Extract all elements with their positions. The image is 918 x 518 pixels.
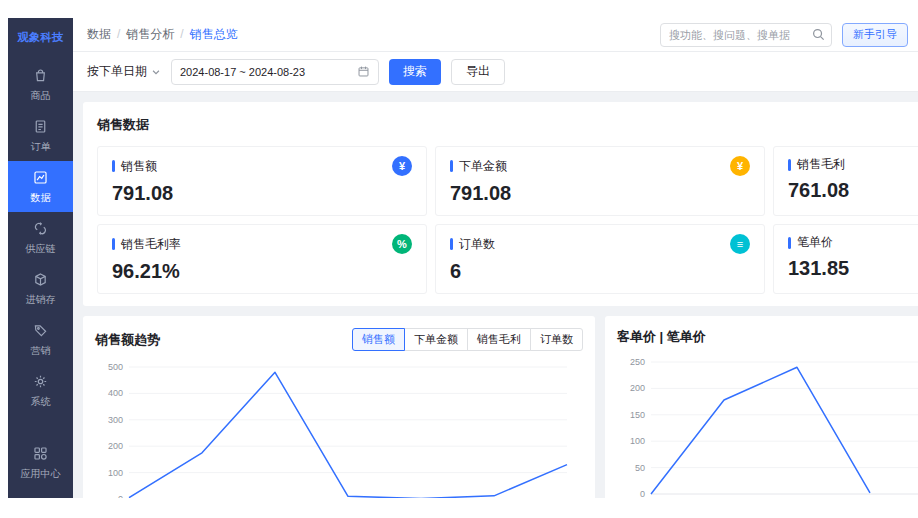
breadcrumb-item-current: 销售总览 bbox=[190, 26, 238, 43]
metric-order-count: 订单数 ≡ 6 bbox=[435, 224, 765, 294]
page-content: 销售数据 销售额 ¥ 791.08 下单金额 bbox=[73, 92, 918, 498]
order-icon bbox=[32, 118, 49, 137]
sidebar-item-label: 进销存 bbox=[26, 293, 56, 307]
metric-value: 791.08 bbox=[112, 182, 412, 205]
metric-price-per-order: 笔单价 131.85 bbox=[773, 224, 918, 294]
svg-text:500: 500 bbox=[108, 362, 123, 372]
yuan-icon: ¥ bbox=[730, 156, 750, 176]
svg-text:300: 300 bbox=[108, 415, 123, 425]
date-range-input[interactable]: 2024-08-17 ~ 2024-08-23 bbox=[171, 59, 379, 85]
sidebar-item-label: 商品 bbox=[31, 89, 51, 103]
sidebar-item-system[interactable]: 系统 bbox=[8, 365, 73, 416]
inventory-icon bbox=[32, 271, 49, 290]
svg-text:200: 200 bbox=[630, 383, 645, 393]
main-area: 数据 销售分析 销售总览 新手引导 按下单日期 2024- bbox=[73, 18, 918, 498]
chart-metric-tabs: 销售额 下单金额 销售毛利 订单数 bbox=[352, 328, 583, 351]
data-chart-icon bbox=[32, 169, 49, 188]
svg-text:0: 0 bbox=[118, 494, 123, 498]
metric-label: 下单金额 bbox=[459, 158, 507, 175]
tab-sales-amount[interactable]: 销售额 bbox=[352, 328, 405, 351]
accent-bar bbox=[112, 238, 115, 250]
app-window: 观象科技 商品 订单 数据 供应链 bbox=[8, 18, 918, 498]
percent-icon: % bbox=[392, 234, 412, 254]
marketing-icon bbox=[32, 322, 49, 341]
date-type-select[interactable]: 按下单日期 bbox=[87, 63, 161, 80]
metric-label: 销售毛利 bbox=[797, 156, 845, 173]
metric-value: 791.08 bbox=[450, 182, 750, 205]
yuan-icon: ¥ bbox=[392, 156, 412, 176]
svg-text:0: 0 bbox=[640, 489, 645, 498]
metric-gross-margin: 销售毛利率 % 96.21% bbox=[97, 224, 427, 294]
calendar-icon bbox=[357, 65, 370, 78]
metric-value: 761.08 bbox=[788, 179, 918, 202]
accent-bar bbox=[788, 237, 791, 249]
sidebar-item-data[interactable]: 数据 bbox=[8, 161, 73, 212]
metrics-grid: 销售额 ¥ 791.08 下单金额 ¥ 791.08 bbox=[97, 146, 918, 294]
search-icon[interactable] bbox=[811, 27, 826, 46]
unit-price-chart-card: 客单价 | 笔单价 0501001502002502024-08-172024-… bbox=[605, 316, 918, 498]
sidebar-item-supply-chain[interactable]: 供应链 bbox=[8, 212, 73, 263]
app-logo: 观象科技 bbox=[8, 18, 73, 59]
svg-text:150: 150 bbox=[630, 410, 645, 420]
svg-text:250: 250 bbox=[630, 357, 645, 367]
export-button[interactable]: 导出 bbox=[451, 59, 505, 85]
accent-bar bbox=[450, 160, 453, 172]
sidebar-item-label: 供应链 bbox=[26, 242, 56, 256]
app-center-icon bbox=[32, 445, 49, 464]
product-icon bbox=[32, 67, 49, 86]
svg-text:200: 200 bbox=[108, 441, 123, 451]
sidebar-item-orders[interactable]: 订单 bbox=[8, 110, 73, 161]
sales-data-card: 销售数据 销售额 ¥ 791.08 下单金额 bbox=[83, 102, 918, 306]
sidebar-item-label: 数据 bbox=[31, 191, 51, 205]
svg-text:100: 100 bbox=[108, 468, 123, 478]
breadcrumb-item[interactable]: 销售分析 bbox=[126, 26, 189, 43]
accent-bar bbox=[788, 159, 791, 171]
metric-value: 6 bbox=[450, 260, 750, 283]
accent-bar bbox=[112, 160, 115, 172]
sidebar-item-label: 应用中心 bbox=[21, 467, 61, 481]
chart-title: 客单价 | 笔单价 bbox=[617, 328, 706, 346]
chevron-down-icon bbox=[151, 67, 161, 77]
svg-text:100: 100 bbox=[630, 436, 645, 446]
metric-value: 96.21% bbox=[112, 260, 412, 283]
metric-label: 销售毛利率 bbox=[121, 236, 181, 253]
system-gear-icon bbox=[32, 373, 49, 392]
top-bar: 数据 销售分析 销售总览 新手引导 bbox=[73, 18, 918, 52]
order-list-icon: ≡ bbox=[730, 234, 750, 254]
metric-gross-profit: 销售毛利 761.08 bbox=[773, 146, 918, 216]
sidebar-item-inventory[interactable]: 进销存 bbox=[8, 263, 73, 314]
metric-order-amount: 下单金额 ¥ 791.08 bbox=[435, 146, 765, 216]
unit-price-line-chart: 0501001502002502024-08-172024-08-182024-… bbox=[617, 352, 918, 498]
tab-order-count[interactable]: 订单数 bbox=[530, 328, 583, 351]
sidebar-item-label: 系统 bbox=[31, 395, 51, 409]
sidebar-item-marketing[interactable]: 营销 bbox=[8, 314, 73, 365]
metric-label: 笔单价 bbox=[797, 234, 833, 251]
search-button[interactable]: 搜索 bbox=[389, 59, 441, 85]
metric-label: 销售额 bbox=[121, 158, 157, 175]
metric-value: 131.85 bbox=[788, 257, 918, 280]
global-search bbox=[660, 23, 832, 47]
supply-chain-icon bbox=[32, 220, 49, 239]
sidebar: 观象科技 商品 订单 数据 供应链 bbox=[8, 18, 73, 498]
charts-row: 销售额趋势 销售额 下单金额 销售毛利 订单数 0100200300400500… bbox=[83, 316, 918, 498]
breadcrumb-item[interactable]: 数据 bbox=[87, 26, 126, 43]
sidebar-item-label: 订单 bbox=[31, 140, 51, 154]
guide-button[interactable]: 新手引导 bbox=[842, 23, 908, 47]
svg-text:50: 50 bbox=[635, 463, 645, 473]
accent-bar bbox=[450, 238, 453, 250]
chart-title: 销售额趋势 bbox=[95, 331, 160, 349]
search-input[interactable] bbox=[660, 23, 832, 47]
sidebar-item-products[interactable]: 商品 bbox=[8, 59, 73, 110]
sales-trend-chart-card: 销售额趋势 销售额 下单金额 销售毛利 订单数 0100200300400500… bbox=[83, 316, 595, 498]
svg-text:400: 400 bbox=[108, 388, 123, 398]
sidebar-item-app-center[interactable]: 应用中心 bbox=[8, 437, 73, 488]
tab-gross-profit[interactable]: 销售毛利 bbox=[467, 328, 531, 351]
metric-label: 订单数 bbox=[459, 236, 495, 253]
tab-order-amount[interactable]: 下单金额 bbox=[404, 328, 468, 351]
sales-data-title: 销售数据 bbox=[97, 116, 918, 134]
metric-sales-amount: 销售额 ¥ 791.08 bbox=[97, 146, 427, 216]
sidebar-item-label: 营销 bbox=[31, 344, 51, 358]
filter-bar: 按下单日期 2024-08-17 ~ 2024-08-23 搜索 导出 bbox=[73, 52, 918, 92]
breadcrumb: 数据 销售分析 销售总览 bbox=[87, 26, 238, 43]
date-type-label: 按下单日期 bbox=[87, 63, 147, 80]
